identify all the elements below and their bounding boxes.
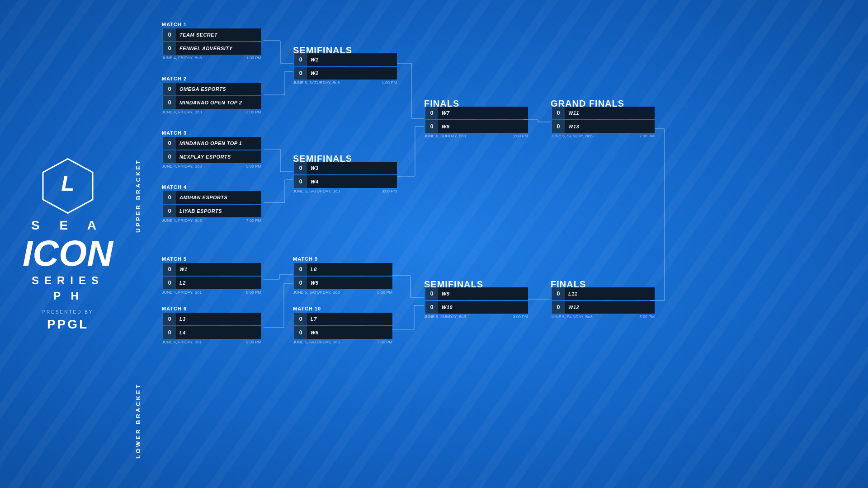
match-3-team1-name: MINDANAO OPEN TOP 1 bbox=[176, 141, 242, 146]
match-12-team2-name: W10 bbox=[438, 305, 453, 310]
match-13-team1-score: 0 bbox=[552, 287, 565, 300]
match-3-team1-score: 0 bbox=[163, 137, 176, 150]
match-4-team1-score: 0 bbox=[163, 191, 176, 204]
match-14-block: 0 W11 0 W13 JUNE 6, SUNDAY, Bo5 7:30 PM bbox=[551, 107, 655, 138]
match-3-block: MATCH 3 0 MINDANAO OPEN TOP 1 0 NEXPLAY … bbox=[162, 130, 261, 169]
match-11-date: JUNE 6, SUNDAY, Bo3 bbox=[424, 134, 466, 138]
match-6-team1-name: L3 bbox=[176, 316, 186, 322]
match-7-team1-row: 0 W1 bbox=[293, 53, 397, 66]
bg-stripes bbox=[0, 0, 868, 488]
match-2-team1-row: 0 OMEGA ESPORTS bbox=[162, 83, 261, 95]
match-7-date: JUNE 5, SATURDAY, Bo3 bbox=[293, 80, 340, 85]
match-12-info: JUNE 6, SUNDAY, Bo3 3:00 PM bbox=[424, 314, 528, 319]
match-11-info: JUNE 6, SUNDAY, Bo3 1:00 PM bbox=[424, 134, 528, 138]
match-8-date: JUNE 5, SATURDAY, Bo3 bbox=[293, 189, 340, 193]
match-14-team1-score: 0 bbox=[552, 107, 565, 119]
match-1-label: MATCH 1 bbox=[162, 22, 261, 27]
match-8-team2-score: 0 bbox=[294, 175, 307, 188]
match-3-label: MATCH 3 bbox=[162, 130, 261, 136]
match-7-team2-score: 0 bbox=[294, 67, 307, 80]
match-5-info: JUNE 4, FRIDAY, Bo1 8:00 PM bbox=[162, 290, 261, 295]
match-7-info: JUNE 5, SATURDAY, Bo3 1:00 PM bbox=[293, 80, 397, 85]
match-10-block: MATCH 10 0 L7 0 W6 JUNE 5, SATURDAY, Bo3… bbox=[293, 306, 392, 344]
match-14-info: JUNE 6, SUNDAY, Bo5 7:30 PM bbox=[551, 134, 655, 138]
ppgl-logo: PPGL bbox=[47, 317, 89, 332]
match-5-team2-score: 0 bbox=[163, 277, 176, 289]
match-7-time: 1:00 PM bbox=[382, 80, 397, 85]
match-13-info: JUNE 6, SUNDAY, Bo3 5:00 PM bbox=[551, 314, 655, 319]
match-14-team1-row: 0 W11 bbox=[551, 107, 655, 119]
match-7-team2-row: 0 W2 bbox=[293, 67, 397, 80]
match-12-team1-name: W9 bbox=[438, 291, 450, 296]
logo-panel: L S E A ICON SERIES P H PRESENTED BY PPG… bbox=[14, 157, 122, 332]
match-4-team1-row: 0 AMIHAN ESPORTS bbox=[162, 191, 261, 204]
match-4-date: JUNE 4, FRIDAY, Bo3 bbox=[162, 218, 202, 223]
match-6-block: MATCH 6 0 L3 0 L4 JUNE 4, FRIDAY, Bo1 9:… bbox=[162, 306, 261, 344]
match-12-date: JUNE 6, SUNDAY, Bo3 bbox=[424, 314, 466, 319]
match-6-label: MATCH 6 bbox=[162, 306, 261, 311]
match-2-team2-score: 0 bbox=[163, 96, 176, 109]
match-2-block: MATCH 2 0 OMEGA ESPORTS 0 MINDANAO OPEN … bbox=[162, 76, 261, 114]
match-1-team1-name: TEAM SECRET bbox=[176, 32, 217, 38]
match-8-block: 0 W3 0 W4 JUNE 5, SATURDAY, Bo3 3:00 PM bbox=[293, 162, 397, 193]
match-3-time: 5:00 PM bbox=[246, 164, 261, 169]
match-2-team2-row: 0 MINDANAO OPEN TOP 2 bbox=[162, 96, 261, 109]
match-3-date: JUNE 4, FRIDAY, Bo3 bbox=[162, 164, 202, 169]
match-9-label: MATCH 9 bbox=[293, 256, 392, 262]
match-9-info: JUNE 5, SATURDAY, Bo3 5:00 PM bbox=[293, 290, 392, 295]
match-6-team1-score: 0 bbox=[163, 313, 176, 325]
match-2-info: JUNE 4, FRIDAY, Bo3 3:00 PM bbox=[162, 110, 261, 114]
match-13-block: 0 L11 0 W12 JUNE 6, SUNDAY, Bo3 5:00 PM bbox=[551, 287, 655, 319]
match-12-team1-row: 0 W9 bbox=[424, 287, 528, 300]
lower-bracket-label: LOWER BRACKET bbox=[135, 255, 142, 459]
logo-series: SERIES bbox=[32, 274, 104, 287]
match-4-block: MATCH 4 0 AMIHAN ESPORTS 0 LIYAB ESPORTS… bbox=[162, 184, 261, 223]
match-14-time: 7:30 PM bbox=[639, 134, 655, 138]
match-11-team1-score: 0 bbox=[425, 107, 438, 119]
match-5-date: JUNE 4, FRIDAY, Bo1 bbox=[162, 290, 202, 295]
match-1-info: JUNE 4, FRIDAY, Bo3 1:00 PM bbox=[162, 56, 261, 60]
match-12-team1-score: 0 bbox=[425, 287, 438, 300]
match-5-block: MATCH 5 0 W1 0 L2 JUNE 4, FRIDAY, Bo1 8:… bbox=[162, 256, 261, 295]
match-13-team1-row: 0 L11 bbox=[551, 287, 655, 300]
match-2-time: 3:00 PM bbox=[246, 110, 261, 114]
match-10-team1-score: 0 bbox=[294, 313, 307, 325]
match-8-team1-score: 0 bbox=[294, 162, 307, 174]
match-11-team2-row: 0 W8 bbox=[424, 120, 528, 133]
match-11-block: 0 W7 0 W8 JUNE 6, SUNDAY, Bo3 1:00 PM bbox=[424, 107, 528, 138]
match-9-team2-score: 0 bbox=[294, 277, 307, 289]
match-11-team1-name: W7 bbox=[438, 110, 450, 116]
match-14-date: JUNE 6, SUNDAY, Bo5 bbox=[551, 134, 593, 138]
match-3-team2-name: NEXPLAY ESPORTS bbox=[176, 154, 231, 160]
match-10-info: JUNE 5, SATURDAY, Bo3 7:00 PM bbox=[293, 340, 392, 344]
match-8-team2-row: 0 W4 bbox=[293, 175, 397, 188]
match-11-team1-row: 0 W7 bbox=[424, 107, 528, 119]
match-12-time: 3:00 PM bbox=[513, 314, 528, 319]
match-9-time: 5:00 PM bbox=[377, 290, 392, 295]
match-6-time: 9:00 PM bbox=[246, 340, 261, 344]
match-10-team2-score: 0 bbox=[294, 326, 307, 339]
match-13-team2-name: W12 bbox=[565, 305, 579, 310]
match-10-team1-name: L7 bbox=[307, 316, 317, 322]
match-12-team2-row: 0 W10 bbox=[424, 301, 528, 314]
match-8-team1-name: W3 bbox=[307, 165, 319, 171]
match-5-team1-score: 0 bbox=[163, 263, 176, 276]
match-8-time: 3:00 PM bbox=[382, 189, 397, 193]
match-13-time: 5:00 PM bbox=[639, 314, 655, 319]
match-6-team2-row: 0 L4 bbox=[162, 326, 261, 339]
match-9-team1-score: 0 bbox=[294, 263, 307, 276]
match-4-team1-name: AMIHAN ESPORTS bbox=[176, 195, 227, 200]
match-4-label: MATCH 4 bbox=[162, 184, 261, 190]
main-content: L S E A ICON SERIES P H PRESENTED BY PPG… bbox=[0, 0, 868, 488]
match-4-info: JUNE 4, FRIDAY, Bo3 7:00 PM bbox=[162, 218, 261, 223]
match-13-date: JUNE 6, SUNDAY, Bo3 bbox=[551, 314, 593, 319]
match-8-info: JUNE 5, SATURDAY, Bo3 3:00 PM bbox=[293, 189, 397, 193]
match-4-team2-name: LIYAB ESPORTS bbox=[176, 208, 222, 214]
match-9-date: JUNE 5, SATURDAY, Bo3 bbox=[293, 290, 340, 295]
match-3-team1-row: 0 MINDANAO OPEN TOP 1 bbox=[162, 137, 261, 150]
match-11-team2-score: 0 bbox=[425, 120, 438, 133]
match-7-team1-score: 0 bbox=[294, 53, 307, 66]
match-14-team2-score: 0 bbox=[552, 120, 565, 133]
match-2-team2-name: MINDANAO OPEN TOP 2 bbox=[176, 100, 242, 105]
match-11-time: 1:00 PM bbox=[513, 134, 528, 138]
